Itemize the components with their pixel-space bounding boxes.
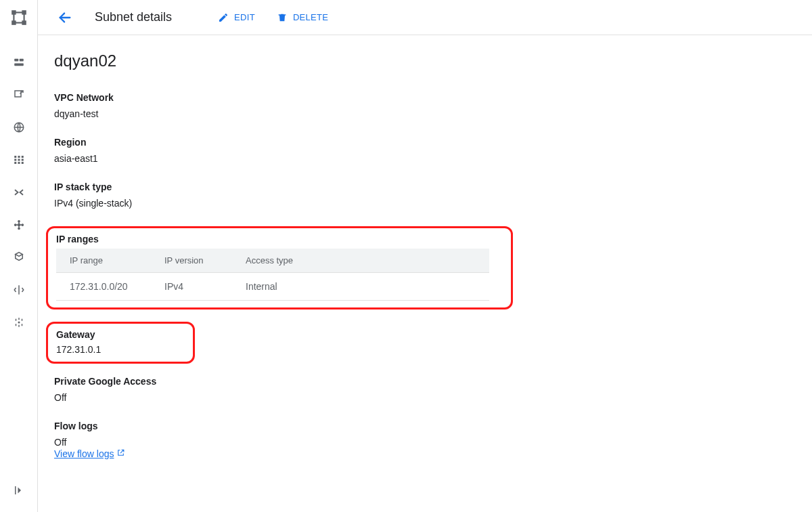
th-range: IP range — [56, 249, 151, 273]
sidebar-item-serverless[interactable] — [5, 244, 32, 271]
delete-button[interactable]: DELETE — [277, 12, 328, 23]
field-region: Region asia-east1 — [54, 137, 812, 164]
td-version: IPv4 — [151, 273, 232, 301]
pga-value: Off — [54, 392, 812, 403]
sidebar-item-packet-mirroring[interactable] — [5, 276, 32, 303]
page-header: Subnet details EDIT DELETE — [38, 0, 812, 35]
svg-rect-15 — [18, 156, 20, 158]
svg-marker-32 — [15, 253, 22, 257]
content: dqyan02 VPC Network dqyan-test Region as… — [38, 35, 812, 477]
sidebar-item-external-ip[interactable] — [5, 81, 32, 108]
ipranges-label: IP ranges — [56, 234, 505, 244]
svg-rect-41 — [15, 486, 16, 494]
sidebar-item-peering[interactable] — [5, 179, 32, 206]
ipstack-value: IPv4 (single-stack) — [54, 198, 812, 209]
svg-rect-39 — [15, 324, 16, 326]
flowlogs-label: Flow logs — [54, 421, 812, 431]
svg-rect-10 — [14, 64, 24, 66]
td-range: 172.31.0.0/20 — [56, 273, 151, 301]
ipstack-label: IP stack type — [54, 182, 812, 192]
th-version: IP version — [151, 249, 232, 273]
svg-rect-4 — [13, 14, 14, 22]
svg-rect-14 — [14, 156, 16, 158]
svg-rect-18 — [18, 159, 20, 161]
svg-rect-6 — [14, 12, 23, 13]
svg-rect-40 — [21, 324, 22, 326]
field-vpc: VPC Network dqyan-test — [54, 92, 812, 119]
pga-label: Private Google Access — [54, 376, 812, 387]
svg-rect-20 — [14, 162, 16, 164]
svg-rect-36 — [18, 325, 20, 327]
sidebar-item-network-analyzer[interactable] — [5, 309, 32, 336]
external-link-icon — [116, 448, 125, 459]
sidebar-item-routes[interactable] — [5, 146, 32, 173]
flowlogs-link-text: View flow logs — [54, 448, 114, 459]
gateway-highlight: Gateway 172.31.0.1 — [46, 322, 195, 364]
edit-button[interactable]: EDIT — [218, 12, 255, 23]
region-label: Region — [54, 137, 812, 148]
flowlogs-value: Off — [54, 437, 812, 448]
svg-rect-37 — [15, 319, 16, 321]
svg-rect-16 — [21, 156, 23, 158]
field-pga: Private Google Access Off — [54, 376, 812, 403]
flowlogs-link[interactable]: View flow logs — [54, 448, 125, 459]
sidebar-item-vpc[interactable] — [5, 49, 32, 76]
th-access: Access type — [232, 249, 489, 273]
delete-icon — [277, 12, 288, 23]
svg-rect-17 — [14, 159, 16, 161]
subnet-name: dqyan02 — [54, 51, 812, 70]
svg-rect-21 — [18, 162, 20, 164]
edit-label: EDIT — [234, 12, 255, 22]
svg-rect-22 — [21, 162, 23, 164]
sidebar-item-firewall[interactable] — [5, 114, 32, 141]
sidebar-item-shared-vpc[interactable] — [5, 211, 32, 238]
ip-ranges-highlight: IP ranges IP range IP version Access typ… — [46, 226, 513, 310]
svg-rect-35 — [18, 318, 20, 320]
vpc-label: VPC Network — [54, 92, 812, 103]
field-flowlogs: Flow logs Off View flow logs — [54, 421, 812, 460]
gateway-value: 172.31.0.1 — [56, 344, 187, 355]
back-button[interactable] — [54, 7, 76, 28]
svg-rect-19 — [21, 159, 23, 161]
vpc-value: dqyan-test — [54, 108, 812, 119]
svg-point-34 — [18, 322, 20, 324]
svg-rect-5 — [23, 14, 24, 22]
svg-rect-38 — [21, 319, 22, 321]
main-panel: Subnet details EDIT DELETE dqyan02 VPC N… — [38, 0, 812, 512]
field-ipstack: IP stack type IPv4 (single-stack) — [54, 182, 812, 209]
page-title: Subnet details — [95, 10, 172, 24]
table-row: 172.31.0.0/20 IPv4 Internal — [56, 273, 489, 301]
svg-rect-9 — [19, 59, 23, 62]
sidebar — [0, 0, 38, 512]
region-value: asia-east1 — [54, 153, 812, 164]
edit-icon — [218, 12, 229, 23]
product-logo-icon — [9, 8, 28, 27]
sidebar-expand-button[interactable] — [5, 477, 32, 504]
td-access: Internal — [232, 273, 489, 301]
svg-rect-7 — [14, 22, 23, 24]
ip-ranges-table: IP range IP version Access type 172.31.0… — [56, 249, 489, 301]
gateway-label: Gateway — [56, 329, 187, 340]
svg-rect-8 — [14, 59, 18, 62]
delete-label: DELETE — [293, 12, 328, 22]
